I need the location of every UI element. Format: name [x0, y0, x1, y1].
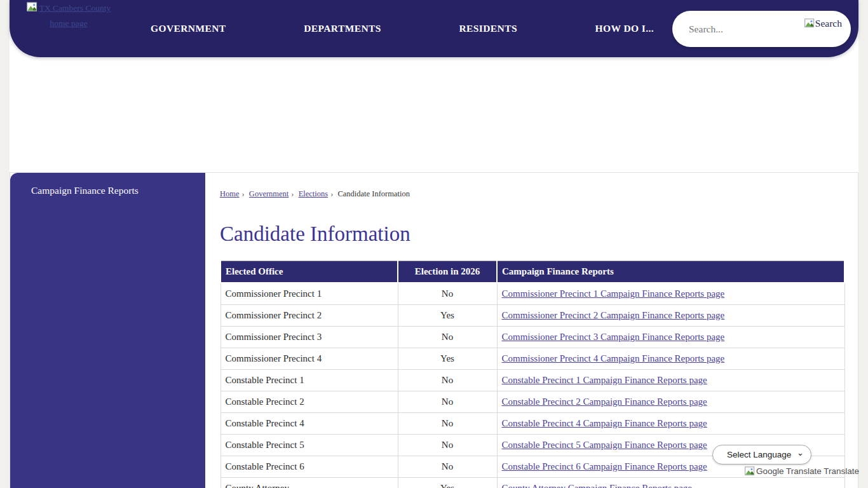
report-link-cell: Commissioner Precinct 4 Campaign Finance… [497, 348, 844, 370]
election-cell: Yes [398, 348, 497, 370]
office-cell: Constable Precinct 5 [220, 435, 398, 456]
report-link[interactable]: Constable Precinct 5 Campaign Finance Re… [502, 440, 707, 450]
election-cell: No [398, 283, 497, 305]
page-title: Candidate Information [220, 222, 858, 246]
logo-text-line1: TX Cambers County [39, 3, 111, 13]
report-link[interactable]: Constable Precinct 2 Campaign Finance Re… [502, 396, 707, 407]
nav-item-government[interactable]: GOVERNMENT [151, 23, 226, 34]
sidebar-item-campaign-finance-reports[interactable]: Campaign Finance Reports [31, 185, 205, 196]
search-icon [804, 18, 815, 30]
google-translate-label: Translate [824, 466, 859, 476]
breadcrumb-home[interactable]: Home [220, 189, 240, 198]
main-content: Home› Government› Elections› Candidate I… [205, 173, 858, 488]
nav-item-departments[interactable]: DEPARTMENTS [304, 23, 381, 34]
office-cell: Commissioner Precinct 2 [220, 305, 398, 327]
nav-item-residents[interactable]: RESIDENTS [459, 23, 517, 34]
report-link-cell: Commissioner Precinct 1 Campaign Finance… [497, 283, 844, 305]
report-link[interactable]: Constable Precinct 6 Campaign Finance Re… [502, 461, 707, 471]
sidebar: Campaign Finance Reports [10, 173, 205, 488]
office-cell: Constable Precinct 6 [220, 456, 398, 478]
report-link[interactable]: Commissioner Precinct 2 Campaign Finance… [502, 310, 725, 320]
breadcrumb-current: Candidate Information [337, 189, 410, 198]
election-cell: No [398, 456, 497, 478]
main-nav: GOVERNMENT DEPARTMENTS RESIDENTS HOW DO … [151, 0, 654, 57]
column-header-election-2026: Election in 2026 [398, 261, 497, 283]
language-select[interactable]: Select Language [712, 445, 811, 464]
election-cell: No [398, 391, 497, 413]
breadcrumb: Home› Government› Elections› Candidate I… [220, 189, 858, 199]
election-cell: Yes [398, 305, 497, 327]
column-header-campaign-finance: Campaign Finance Reports [497, 261, 844, 283]
breadcrumb-elections[interactable]: Elections [299, 189, 329, 198]
table-row: Commissioner Precinct 2 Yes Commissioner… [220, 305, 844, 327]
breadcrumb-government[interactable]: Government [249, 189, 288, 198]
table-header-row: Elected Office Election in 2026 Campaign… [220, 261, 844, 283]
google-translate-alt-text: Google Translate [756, 466, 822, 476]
table-row: Constable Precinct 1 No Constable Precin… [220, 370, 844, 391]
google-translate-icon [745, 466, 755, 478]
election-cell: No [398, 327, 497, 348]
election-cell: No [398, 413, 497, 435]
office-cell: Constable Precinct 2 [220, 391, 398, 413]
table-row: Constable Precinct 2 No Constable Precin… [220, 391, 844, 413]
page-container: TX Cambers County home page GOVERNMENT D… [10, 0, 858, 488]
breadcrumb-separator: › [330, 189, 333, 198]
language-select-wrap: Select Language ⌄ [712, 445, 811, 464]
breadcrumb-separator: › [291, 189, 294, 198]
site-header: TX Cambers County home page GOVERNMENT D… [10, 0, 858, 57]
office-cell: Commissioner Precinct 4 [220, 348, 398, 370]
report-link-cell: Commissioner Precinct 3 Campaign Finance… [497, 327, 844, 348]
report-link-cell: Commissioner Precinct 2 Campaign Finance… [497, 305, 844, 327]
breadcrumb-separator: › [242, 189, 245, 198]
table-row: Constable Precinct 4 No Constable Precin… [220, 413, 844, 435]
report-link[interactable]: Constable Precinct 1 Campaign Finance Re… [502, 375, 707, 385]
column-header-elected-office: Elected Office [220, 261, 398, 283]
table-row: Commissioner Precinct 4 Yes Commissioner… [220, 348, 844, 370]
table-row: County Attorney Yes County Attorney Camp… [220, 478, 844, 488]
broken-image-icon [27, 2, 37, 17]
office-cell: Constable Precinct 4 [220, 413, 398, 435]
report-link[interactable]: Commissioner Precinct 1 Campaign Finance… [502, 288, 725, 299]
google-translate-attribution: Google Translate Translate [745, 466, 859, 478]
nav-item-how-do-i[interactable]: HOW DO I... [595, 23, 654, 34]
office-cell: Constable Precinct 1 [220, 370, 398, 391]
search-input[interactable] [688, 20, 792, 39]
office-cell: Commissioner Precinct 1 [220, 283, 398, 305]
report-link-cell: County Attorney Campaign Finance Reports… [497, 478, 844, 488]
office-cell: Commissioner Precinct 3 [220, 327, 398, 348]
logo-text-line2: home page [50, 18, 88, 28]
report-link[interactable]: Constable Precinct 4 Campaign Finance Re… [502, 418, 707, 428]
report-link[interactable]: County Attorney Campaign Finance Reports… [502, 483, 693, 488]
report-link-cell: Constable Precinct 2 Campaign Finance Re… [497, 391, 844, 413]
search-button-label: Search [815, 18, 842, 29]
table-row: Commissioner Precinct 1 No Commissioner … [220, 283, 844, 305]
election-cell: No [398, 435, 497, 456]
report-link-cell: Constable Precinct 4 Campaign Finance Re… [497, 413, 844, 435]
report-link-cell: Constable Precinct 1 Campaign Finance Re… [497, 370, 844, 391]
election-cell: Yes [398, 478, 497, 488]
search-button[interactable]: Search [804, 18, 842, 30]
search-box: Search [672, 11, 851, 47]
table-row: Commissioner Precinct 3 No Commissioner … [220, 327, 844, 348]
report-link[interactable]: Commissioner Precinct 3 Campaign Finance… [502, 332, 725, 342]
logo-home-link[interactable]: TX Cambers County home page [27, 3, 111, 28]
site-logo-link[interactable]: TX Cambers County home page [15, 1, 123, 30]
office-cell: County Attorney [220, 478, 398, 488]
election-cell: No [398, 370, 497, 391]
content-card: Campaign Finance Reports Home› Governmen… [10, 172, 858, 488]
report-link[interactable]: Commissioner Precinct 4 Campaign Finance… [502, 353, 725, 363]
